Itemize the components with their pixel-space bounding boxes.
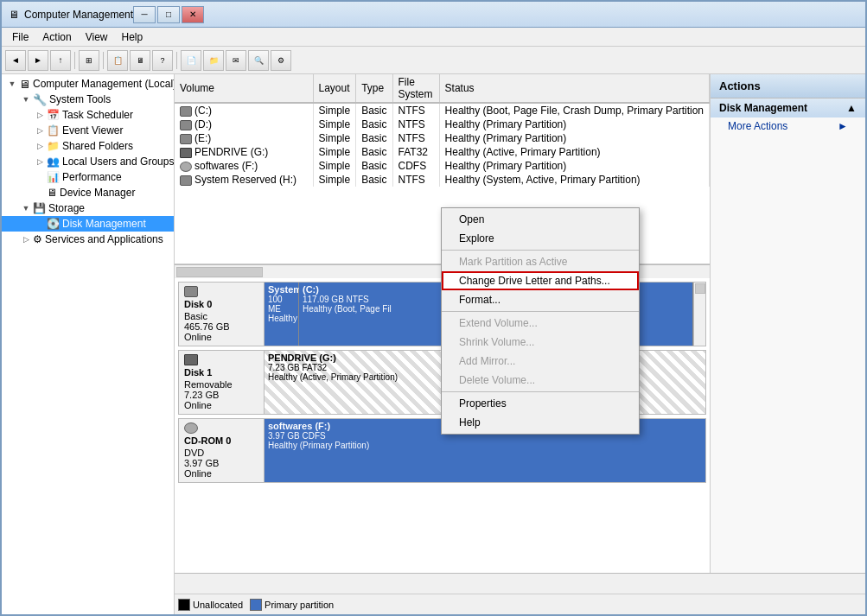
system-tools-icon: 🔧 [33, 93, 47, 106]
menu-file[interactable]: File [5, 29, 35, 45]
expand-icon: ▼ [5, 77, 19, 91]
expand-icon [33, 217, 47, 231]
partition[interactable]: System 100 ME Healthy [265, 283, 299, 346]
context-menu-separator [442, 311, 639, 312]
table-row[interactable]: System Reserved (H:) Simple Basic NTFS H… [175, 173, 710, 187]
maximize-button[interactable]: □ [157, 6, 180, 23]
sidebar-item-disk-management[interactable]: 💽 Disk Management [2, 216, 174, 232]
sidebar-item-shared-folders[interactable]: ▷ 📁 Shared Folders [2, 138, 174, 154]
vol-status: Healthy (Primary Partition) [439, 131, 709, 145]
disk-label: Disk 1 Removable 7.23 GB Online [178, 350, 265, 415]
expand-icon: ▷ [33, 108, 47, 122]
context-menu-item: Shrink Volume... [442, 333, 639, 352]
sidebar-item-task-scheduler[interactable]: ▷ 📅 Task Scheduler [2, 107, 174, 123]
vol-status: Healthy (Boot, Page File, Crash Dump, Pr… [439, 103, 709, 117]
expand-icon: ▼ [19, 201, 33, 215]
toolbar-show-hide-tree[interactable]: ⊞ [79, 50, 99, 71]
computer-icon: 🖥 [19, 78, 30, 91]
vol-status: Healthy (System, Active, Primary Partiti… [439, 173, 709, 187]
col-filesystem[interactable]: File System [392, 74, 439, 103]
disk-label: Disk 0 Basic 465.76 GB Online [178, 282, 265, 346]
vol-layout: Simple [313, 145, 356, 159]
menu-view[interactable]: View [79, 29, 115, 45]
storage-icon: 💾 [33, 202, 46, 214]
vol-fs: NTFS [392, 173, 439, 187]
disk-scrollbar[interactable] [693, 283, 705, 346]
menu-help[interactable]: Help [115, 29, 150, 45]
disk-management-icon: 💽 [47, 218, 60, 230]
vol-status: Healthy (Primary Partition) [439, 159, 709, 173]
performance-icon: 📊 [47, 171, 60, 183]
sidebar-item-services-apps[interactable]: ▷ ⚙ Services and Applications [2, 232, 174, 247]
vol-name: System Reserved (H:) [175, 173, 313, 187]
context-menu-item[interactable]: Help [442, 413, 639, 432]
sidebar-item-performance[interactable]: 📊 Performance [2, 169, 174, 185]
col-layout[interactable]: Layout [313, 74, 356, 103]
vol-type: Basic [356, 117, 392, 131]
vol-fs: CDFS [392, 159, 439, 173]
arrow-icon: ► [838, 120, 848, 132]
local-users-icon: 👥 [47, 156, 60, 168]
legend-primary-box [250, 599, 262, 611]
sidebar-item-event-viewer[interactable]: ▷ 📋 Event Viewer [2, 123, 174, 138]
context-menu-item[interactable]: Format... [442, 290, 639, 309]
context-menu-item: Add Mirror... [442, 352, 639, 371]
context-menu-item[interactable]: Open [442, 210, 639, 229]
vol-name: PENDRIVE (G:) [175, 145, 313, 159]
toolbar-btn3[interactable]: ? [152, 50, 173, 71]
volume-table: Volume Layout Type File System Status (C… [175, 74, 710, 187]
table-row[interactable]: (D:) Simple Basic NTFS Healthy (Primary … [175, 117, 710, 131]
toolbar-back[interactable]: ◄ [5, 50, 26, 71]
event-viewer-icon: 📋 [47, 124, 60, 137]
sidebar-item-storage[interactable]: ▼ 💾 Storage [2, 200, 174, 216]
scrollbar-track[interactable] [176, 267, 263, 277]
context-menu-separator [442, 250, 639, 251]
vol-status: Healthy (Primary Partition) [439, 117, 709, 131]
table-row[interactable]: softwares (F:) Simple Basic CDFS Healthy… [175, 159, 710, 173]
task-scheduler-icon: 📅 [47, 109, 60, 121]
vol-layout: Simple [313, 103, 356, 117]
table-row[interactable]: PENDRIVE (G:) Simple Basic FAT32 Healthy… [175, 145, 710, 159]
col-volume[interactable]: Volume [175, 74, 313, 103]
vol-type: Basic [356, 159, 392, 173]
context-menu-item[interactable]: Explore [442, 229, 639, 248]
actions-more[interactable]: More Actions ► [711, 117, 865, 135]
context-menu-item: Extend Volume... [442, 314, 639, 333]
minimize-button[interactable]: ─ [133, 6, 156, 23]
col-type[interactable]: Type [356, 74, 392, 103]
context-menu-item[interactable]: Change Drive Letter and Paths... [442, 271, 639, 290]
context-menu-item[interactable]: Properties [442, 394, 639, 413]
close-button[interactable]: ✕ [182, 6, 204, 23]
toolbar-btn6[interactable]: ✉ [226, 50, 246, 71]
vol-name: (E:) [175, 131, 313, 145]
toolbar-btn1[interactable]: 📋 [107, 50, 128, 71]
toolbar-btn2[interactable]: 🖥 [130, 50, 150, 71]
toolbar-btn7[interactable]: 🔍 [248, 50, 269, 71]
vol-fs: NTFS [392, 117, 439, 131]
toolbar-btn8[interactable]: ⚙ [271, 50, 291, 71]
col-status[interactable]: Status [439, 74, 709, 103]
toolbar-up[interactable]: ↑ [50, 50, 71, 71]
sidebar-item-local-users[interactable]: ▷ 👥 Local Users and Groups [2, 154, 174, 169]
toolbar-btn4[interactable]: 📄 [181, 50, 201, 71]
expand-icon: ▷ [33, 155, 47, 168]
vol-fs: NTFS [392, 103, 439, 117]
menu-action[interactable]: Action [35, 29, 78, 45]
actions-section[interactable]: Disk Management ▲ [711, 98, 865, 117]
vol-layout: Simple [313, 117, 356, 131]
toolbar-btn5[interactable]: 📁 [203, 50, 224, 71]
vol-status: Healthy (Active, Primary Partition) [439, 145, 709, 159]
table-row[interactable]: (E:) Simple Basic NTFS Healthy (Primary … [175, 131, 710, 145]
expand-icon: ▷ [19, 232, 33, 246]
collapse-icon: ▲ [846, 102, 857, 114]
expand-icon: ▷ [33, 139, 47, 153]
sidebar-item-system-tools[interactable]: ▼ 🔧 System Tools [2, 92, 174, 107]
actions-title: Actions [711, 74, 865, 98]
vol-name: (C:) [175, 103, 313, 117]
toolbar-forward[interactable]: ► [28, 50, 48, 71]
sidebar-item-device-manager[interactable]: 🖥 Device Manager [2, 185, 174, 200]
legend-unallocated: Unallocated [178, 599, 243, 611]
vol-layout: Simple [313, 131, 356, 145]
table-row[interactable]: (C:) Simple Basic NTFS Healthy (Boot, Pa… [175, 103, 710, 117]
sidebar-item-computer-management[interactable]: ▼ 🖥 Computer Management (Local) [2, 76, 174, 92]
